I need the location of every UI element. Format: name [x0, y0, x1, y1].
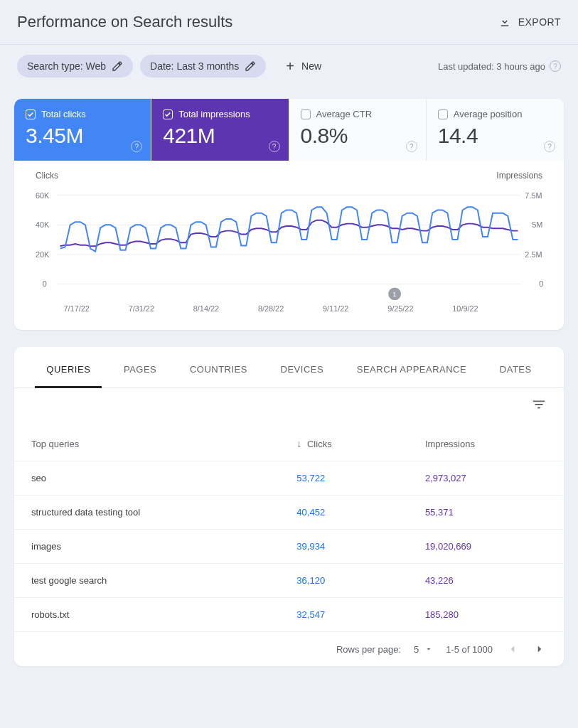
y-tick-right: 7.5M	[525, 191, 542, 200]
y-tick: 40K	[36, 220, 50, 229]
chip-date[interactable]: Date: Last 3 months	[140, 55, 266, 77]
help-icon[interactable]: ?	[544, 141, 555, 152]
y-tick: 60K	[36, 191, 50, 200]
chart-area: Clicks Impressions 60K 40K 20K 0 7.5M 5M…	[14, 161, 564, 330]
cell-clicks: 53,722	[279, 461, 408, 496]
metrics-row: Total clicks 3.45M ? Total impressions 4…	[14, 99, 564, 161]
tab-pages[interactable]: PAGES	[121, 358, 159, 387]
checkbox-on-icon	[163, 109, 173, 119]
next-page-button[interactable]	[532, 642, 547, 656]
chip-search-type[interactable]: Search type: Web	[17, 55, 133, 77]
chip-search-type-label: Search type: Web	[27, 60, 106, 72]
help-icon[interactable]: ?	[131, 141, 142, 152]
metric-impressions-value: 421M	[163, 124, 277, 148]
download-icon	[498, 16, 511, 28]
filter-icon[interactable]	[531, 397, 547, 412]
y-tick: 20K	[36, 250, 50, 259]
cell-clicks: 39,934	[279, 530, 408, 564]
sort-desc-icon: ↓	[296, 438, 301, 449]
pagination: Rows per page: 5 1-5 of 1000	[14, 632, 564, 666]
table-row[interactable]: test google search36,12043,226	[14, 564, 564, 598]
pencil-icon	[245, 60, 256, 72]
cell-impressions: 55,371	[408, 496, 564, 530]
table-row[interactable]: robots.txt32,547185,280	[14, 598, 564, 632]
chevron-down-icon	[424, 645, 433, 653]
metric-ctr-value: 0.8%	[301, 124, 414, 148]
metric-ctr-label: Average CTR	[316, 109, 373, 119]
y-tick: 0	[43, 279, 47, 288]
table-header-clicks-label: Clicks	[307, 439, 332, 449]
cell-query: test google search	[14, 564, 279, 598]
metric-total-clicks[interactable]: Total clicks 3.45M ?	[14, 99, 151, 161]
help-icon[interactable]: ?	[269, 141, 280, 152]
chart-line-clicks	[60, 207, 518, 251]
cell-clicks: 36,120	[279, 564, 408, 598]
tab-countries[interactable]: COUNTRIES	[187, 358, 250, 387]
rows-per-page-select[interactable]: 5	[414, 644, 433, 655]
metric-average-position[interactable]: Average position 14.4 ?	[427, 99, 564, 161]
export-button[interactable]: EXPORT	[498, 16, 561, 28]
help-icon[interactable]: ?	[406, 141, 417, 152]
chart-annotation-label: 1	[392, 290, 397, 298]
chart-svg[interactable]: 60K 40K 20K 0 7.5M 5M 2.5M 0 1 7/17/22 7…	[28, 181, 550, 316]
chevron-left-icon	[506, 643, 519, 655]
chevron-right-icon	[533, 643, 546, 655]
new-filter-label: New	[301, 60, 321, 72]
metric-position-value: 14.4	[438, 124, 552, 148]
pencil-icon	[112, 60, 123, 72]
x-tick: 8/28/22	[258, 304, 284, 313]
last-updated-text: Last updated: 3 hours ago	[438, 61, 545, 72]
cell-query: robots.txt	[14, 598, 279, 632]
table-row[interactable]: structured data testing tool40,45255,371	[14, 496, 564, 530]
help-icon[interactable]: ?	[550, 60, 561, 72]
tab-queries[interactable]: QUERIES	[43, 358, 93, 387]
x-tick: 7/17/22	[64, 304, 90, 313]
chart-right-axis-title: Impressions	[496, 171, 542, 181]
tabs-card: QUERIES PAGES COUNTRIES DEVICES SEARCH A…	[14, 347, 564, 666]
metric-position-label: Average position	[454, 109, 523, 119]
table-header-impressions[interactable]: Impressions	[408, 427, 564, 461]
table-header-topic[interactable]: Top queries	[14, 427, 279, 461]
chip-date-label: Date: Last 3 months	[150, 60, 239, 72]
prev-page-button[interactable]	[505, 642, 520, 656]
add-filter-button[interactable]: + New	[279, 55, 328, 77]
table-row[interactable]: seo53,7222,973,027	[14, 461, 564, 496]
export-label: EXPORT	[518, 16, 561, 28]
tab-dates[interactable]: DATES	[497, 358, 535, 387]
metric-average-ctr[interactable]: Average CTR 0.8% ?	[289, 99, 427, 161]
cell-impressions: 19,020,669	[408, 530, 564, 564]
metric-clicks-value: 3.45M	[26, 124, 139, 148]
chart-card: Total clicks 3.45M ? Total impressions 4…	[14, 99, 564, 330]
checkbox-on-icon	[26, 109, 36, 119]
table-header-clicks[interactable]: ↓ Clicks	[279, 427, 408, 461]
cell-impressions: 185,280	[408, 598, 564, 632]
metric-impressions-label: Total impressions	[178, 109, 250, 119]
cell-impressions: 2,973,027	[408, 461, 564, 496]
x-tick: 8/14/22	[193, 304, 219, 313]
cell-query: structured data testing tool	[14, 496, 279, 530]
pagination-range: 1-5 of 1000	[446, 644, 493, 655]
cell-query: images	[14, 530, 279, 564]
y-tick-right: 0	[539, 279, 543, 288]
checkbox-off-icon	[301, 109, 311, 119]
x-tick: 7/31/22	[129, 304, 154, 313]
x-tick: 9/11/22	[323, 304, 348, 313]
page-title: Performance on Search results	[17, 13, 232, 31]
filters-left: Search type: Web Date: Last 3 months + N…	[17, 55, 328, 77]
cell-clicks: 32,547	[279, 598, 408, 632]
checkbox-off-icon	[438, 109, 448, 119]
page-header: Performance on Search results EXPORT	[0, 0, 578, 45]
tab-devices[interactable]: DEVICES	[278, 358, 327, 387]
x-tick: 9/25/22	[387, 304, 413, 313]
cell-query: seo	[14, 461, 279, 496]
queries-table: Top queries ↓ Clicks Impressions seo53,7…	[14, 427, 564, 632]
metric-total-impressions[interactable]: Total impressions 421M ?	[151, 99, 289, 161]
y-tick-right: 5M	[532, 220, 542, 229]
filters-row: Search type: Web Date: Last 3 months + N…	[0, 45, 578, 87]
tabs: QUERIES PAGES COUNTRIES DEVICES SEARCH A…	[14, 347, 564, 388]
chart-left-axis-title: Clicks	[36, 171, 58, 181]
tab-search-appearance[interactable]: SEARCH APPEARANCE	[354, 358, 469, 387]
table-row[interactable]: images39,93419,020,669	[14, 530, 564, 564]
cell-impressions: 43,226	[408, 564, 564, 598]
last-updated: Last updated: 3 hours ago ?	[438, 60, 561, 72]
